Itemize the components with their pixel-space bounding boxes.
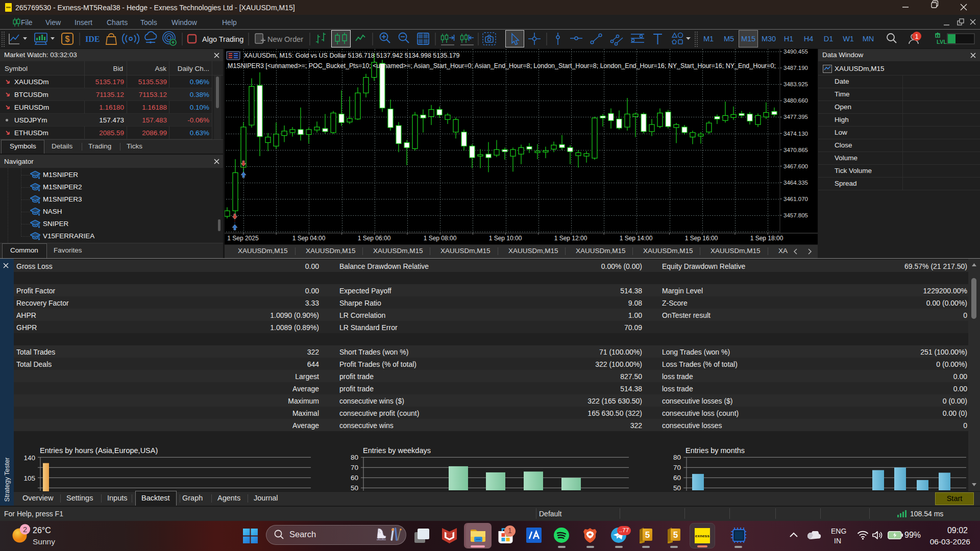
svg-text:W1: W1 xyxy=(843,35,854,43)
svg-text:New Order: New Order xyxy=(267,35,303,43)
svg-text:1 Sep 18:00: 1 Sep 18:00 xyxy=(750,235,783,242)
svg-text:3470.865: 3470.865 xyxy=(783,147,808,153)
svg-text:3467.600: 3467.600 xyxy=(783,163,808,169)
svg-text:5: 5 xyxy=(645,530,650,540)
svg-text:3483.925: 3483.925 xyxy=(783,81,808,87)
svg-text:M30: M30 xyxy=(762,35,776,43)
svg-text:1 Sep 14:00: 1 Sep 14:00 xyxy=(620,235,653,242)
svg-text:70: 70 xyxy=(351,464,358,471)
svg-text:3487.190: 3487.190 xyxy=(783,65,808,71)
svg-text:Entries by months: Entries by months xyxy=(685,446,745,455)
svg-text:3490.455: 3490.455 xyxy=(783,49,808,55)
svg-text:1 Sep 10:00: 1 Sep 10:00 xyxy=(489,235,522,242)
svg-text:140: 140 xyxy=(23,454,35,462)
svg-text:5: 5 xyxy=(673,530,678,540)
svg-text:H1: H1 xyxy=(784,35,794,43)
svg-text:1 Sep 16:00: 1 Sep 16:00 xyxy=(685,235,718,242)
svg-text:1 Sep 2025: 1 Sep 2025 xyxy=(227,235,259,242)
svg-text:50: 50 xyxy=(673,484,681,491)
svg-text:70: 70 xyxy=(673,464,681,471)
svg-text:60: 60 xyxy=(351,474,358,482)
svg-text:2: 2 xyxy=(23,525,27,534)
svg-text:M1SNIPER3 [<unnamed>=; POC_Buc: M1SNIPER3 [<unnamed>=; POC_Bucket_Pts=10… xyxy=(228,62,776,69)
svg-text:1 Sep 04:00: 1 Sep 04:00 xyxy=(292,235,326,242)
svg-text:H4: H4 xyxy=(804,35,814,43)
svg-text:3457.805: 3457.805 xyxy=(783,212,808,218)
svg-text:3474.130: 3474.130 xyxy=(783,131,808,137)
svg-text:1 Sep 06:00: 1 Sep 06:00 xyxy=(358,235,391,242)
svg-text:XAUUSDm, M15: Gold vs US Doll: XAUUSDm, M15: Gold vs US Dollar 5136.718… xyxy=(244,52,460,59)
svg-text:Algo Trading: Algo Trading xyxy=(202,35,243,43)
svg-text:3464.335: 3464.335 xyxy=(783,180,808,186)
svg-text:$: $ xyxy=(65,35,70,43)
svg-text:60: 60 xyxy=(673,474,681,482)
svg-text:1: 1 xyxy=(915,33,918,40)
svg-text:80: 80 xyxy=(673,454,681,461)
svg-text:1 Sep 08:00: 1 Sep 08:00 xyxy=(424,235,457,242)
svg-text:3480.660: 3480.660 xyxy=(783,97,808,104)
svg-text:D1: D1 xyxy=(824,35,834,43)
svg-text:1 Sep 12:00: 1 Sep 12:00 xyxy=(554,235,587,242)
svg-text:50: 50 xyxy=(351,484,358,491)
svg-text:LVL: LVL xyxy=(937,39,947,45)
svg-text:M15: M15 xyxy=(741,35,755,43)
svg-text:MN: MN xyxy=(863,35,874,43)
svg-text:Entries by hours (Asia,Europe,: Entries by hours (Asia,Europe,USA) xyxy=(40,446,158,455)
svg-text:IDE: IDE xyxy=(85,35,100,43)
svg-text:M5: M5 xyxy=(724,35,734,43)
svg-text:105: 105 xyxy=(23,474,35,482)
svg-text:3461.070: 3461.070 xyxy=(783,196,808,202)
svg-text:Entries by weekdays: Entries by weekdays xyxy=(363,446,431,455)
svg-text:M1: M1 xyxy=(703,35,714,43)
svg-text:80: 80 xyxy=(351,454,358,461)
svg-text:3477.395: 3477.395 xyxy=(783,114,808,120)
